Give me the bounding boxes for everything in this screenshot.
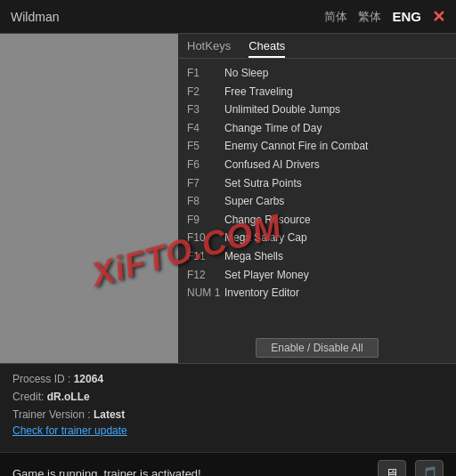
cheat-key: F9	[187, 212, 224, 229]
lang-simplified[interactable]: 简体	[324, 9, 347, 25]
cheat-key: F2	[187, 84, 224, 101]
cheat-name: Mega Shells	[224, 248, 283, 265]
main-area: HotKeys Cheats F1No SleepF2Free Travelin…	[0, 34, 456, 363]
cheat-key: NUM 1	[187, 285, 224, 302]
cheat-item[interactable]: F1No Sleep	[187, 64, 447, 83]
cheat-name: Super Carbs	[224, 193, 284, 210]
lang-english[interactable]: ENG	[392, 9, 421, 24]
cheat-item[interactable]: F3Unlimited Double Jumps	[187, 101, 447, 119]
cheat-name: Confused AI Drivers	[224, 157, 320, 173]
cheat-name: Free Traveling	[224, 84, 293, 101]
monitor-icon[interactable]: 🖥	[378, 460, 406, 477]
cheat-item[interactable]: F10Mega Salary Cap	[187, 229, 447, 247]
tabs: HotKeys Cheats	[178, 34, 456, 59]
cheat-key: F12	[187, 267, 224, 284]
close-button[interactable]: ✕	[432, 9, 445, 25]
tab-hotkeys[interactable]: HotKeys	[187, 39, 231, 58]
credit-label: Credit:	[12, 391, 44, 403]
title-bar-controls: 简体 繁体 ENG ✕	[324, 9, 445, 25]
enable-all-button[interactable]: Enable / Disable All	[256, 338, 378, 358]
cheat-item[interactable]: NUM 1Inventory Editor	[187, 284, 447, 303]
cheat-item[interactable]: F8Super Carbs	[187, 192, 447, 211]
cheat-item[interactable]: F12Set Player Money	[187, 266, 447, 285]
status-icons: 🖥 🎵	[378, 460, 444, 477]
cheat-name: Unlimited Double Jumps	[224, 101, 340, 118]
credit-value: dR.oLLe	[47, 391, 90, 403]
cheat-name: Mega Salary Cap	[224, 230, 307, 246]
enable-all-row: Enable / Disable All	[178, 335, 456, 363]
right-panel: HotKeys Cheats F1No SleepF2Free Travelin…	[178, 34, 456, 363]
cheat-name: Enemy Cannot Fire in Combat	[224, 138, 368, 155]
credit-line: Credit: dR.oLLe	[12, 391, 444, 403]
update-line[interactable]: Check for trainer update	[12, 424, 444, 437]
cheat-key: F7	[187, 175, 224, 192]
cheat-name: Set Player Money	[224, 267, 309, 284]
cheat-item[interactable]: F4Change Time of Day	[187, 119, 447, 138]
cheat-key: F5	[187, 138, 224, 155]
cheat-name: Inventory Editor	[224, 285, 299, 302]
cheat-key: F11	[187, 248, 224, 265]
bottom-info: Process ID : 12064 Credit: dR.oLLe Train…	[0, 363, 456, 452]
cheat-name: Set Sutra Points	[224, 175, 302, 192]
cheat-name: Change Resource	[224, 212, 311, 229]
cheat-key: F3	[187, 101, 224, 118]
cheat-key: F8	[187, 193, 224, 210]
status-bar: Game is running, trainer is activated! 🖥…	[0, 452, 456, 476]
version-value: Latest	[94, 408, 125, 421]
cheat-item[interactable]: F9Change Resource	[187, 211, 447, 230]
game-image	[0, 34, 178, 363]
cheat-item[interactable]: F2Free Traveling	[187, 83, 447, 101]
status-text: Game is running, trainer is activated!	[12, 467, 201, 476]
cheat-item[interactable]: F11Mega Shells	[187, 247, 447, 266]
process-value: 12064	[74, 373, 103, 385]
cheat-item[interactable]: F6Confused AI Drivers	[187, 156, 447, 174]
cheat-key: F1	[187, 65, 224, 82]
app-title: Wildman	[11, 10, 59, 24]
lang-traditional[interactable]: 繁体	[358, 9, 381, 25]
cheat-name: No Sleep	[224, 65, 268, 82]
tab-cheats[interactable]: Cheats	[248, 39, 285, 58]
music-icon[interactable]: 🎵	[415, 460, 444, 477]
cheat-key: F10	[187, 230, 224, 246]
cheat-item[interactable]: F5Enemy Cannot Fire in Combat	[187, 137, 447, 156]
cheats-list[interactable]: F1No SleepF2Free TravelingF3Unlimited Do…	[178, 59, 456, 335]
version-label: Trainer Version :	[12, 408, 94, 421]
process-id-line: Process ID : 12064	[12, 373, 444, 385]
cheat-name: Change Time of Day	[224, 120, 322, 137]
version-line: Trainer Version : Latest	[12, 408, 444, 421]
process-label: Process ID :	[12, 373, 74, 385]
cheat-item[interactable]: F7Set Sutra Points	[187, 174, 447, 193]
title-bar: Wildman 简体 繁体 ENG ✕	[0, 0, 456, 34]
cheat-key: F4	[187, 120, 224, 137]
update-link[interactable]: Check for trainer update	[12, 424, 127, 437]
cheat-key: F6	[187, 157, 224, 173]
